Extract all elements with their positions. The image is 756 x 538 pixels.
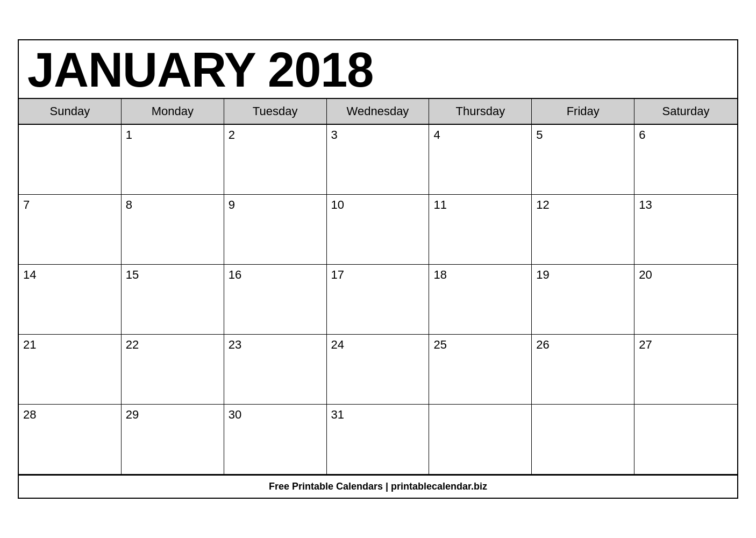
day-cell: 23 bbox=[224, 335, 327, 405]
day-number: 19 bbox=[536, 268, 549, 281]
day-number: 5 bbox=[536, 128, 543, 141]
day-number: 26 bbox=[536, 338, 549, 351]
day-number: 4 bbox=[433, 128, 440, 141]
day-number: 23 bbox=[229, 338, 241, 351]
day-number: 1 bbox=[126, 128, 132, 141]
day-header-thursday: Thursday bbox=[429, 99, 532, 124]
day-header-saturday: Saturday bbox=[634, 99, 737, 124]
day-cell: 11 bbox=[429, 195, 532, 265]
day-number: 27 bbox=[639, 338, 652, 351]
day-number: 30 bbox=[229, 408, 241, 421]
day-cell: 31 bbox=[327, 405, 430, 475]
day-cell: 1 bbox=[122, 125, 224, 195]
calendar-container: JANUARY 2018 SundayMondayTuesdayWednesda… bbox=[18, 39, 738, 499]
day-cell: 26 bbox=[532, 335, 634, 405]
day-header-friday: Friday bbox=[532, 99, 634, 124]
day-cell: 10 bbox=[327, 195, 430, 265]
day-cell: 19 bbox=[532, 265, 634, 335]
day-header-sunday: Sunday bbox=[19, 99, 122, 124]
day-number: 28 bbox=[23, 408, 36, 421]
day-cell: 30 bbox=[224, 405, 327, 475]
day-cell: 28 bbox=[19, 405, 122, 475]
day-cell: 17 bbox=[327, 265, 430, 335]
day-cell: 6 bbox=[634, 125, 737, 195]
calendar-title: JANUARY 2018 bbox=[19, 40, 737, 99]
day-cell bbox=[19, 125, 122, 195]
calendar-header: SundayMondayTuesdayWednesdayThursdayFrid… bbox=[19, 99, 737, 125]
day-number: 25 bbox=[433, 338, 446, 351]
day-cell: 5 bbox=[532, 125, 634, 195]
day-number: 16 bbox=[229, 268, 241, 281]
day-cell: 12 bbox=[532, 195, 634, 265]
day-header-monday: Monday bbox=[122, 99, 224, 124]
calendar-grid: 1234567891011121314151617181920212223242… bbox=[19, 125, 737, 475]
day-cell: 27 bbox=[634, 335, 737, 405]
day-cell: 4 bbox=[429, 125, 532, 195]
day-header-tuesday: Tuesday bbox=[224, 99, 327, 124]
day-cell: 7 bbox=[19, 195, 122, 265]
day-number: 3 bbox=[331, 128, 338, 141]
day-header-wednesday: Wednesday bbox=[327, 99, 430, 124]
day-number: 13 bbox=[639, 198, 652, 211]
day-cell: 22 bbox=[122, 335, 224, 405]
day-number: 8 bbox=[126, 198, 132, 211]
day-number: 21 bbox=[23, 338, 36, 351]
calendar-footer: Free Printable Calendars | printablecale… bbox=[19, 475, 737, 498]
day-cell: 16 bbox=[224, 265, 327, 335]
day-number: 12 bbox=[536, 198, 549, 211]
day-cell bbox=[429, 405, 532, 475]
day-cell: 2 bbox=[224, 125, 327, 195]
day-number: 9 bbox=[229, 198, 235, 211]
day-number: 24 bbox=[331, 338, 344, 351]
day-cell: 25 bbox=[429, 335, 532, 405]
day-number: 10 bbox=[331, 198, 344, 211]
day-cell: 29 bbox=[122, 405, 224, 475]
day-number: 18 bbox=[433, 268, 446, 281]
day-number: 17 bbox=[331, 268, 344, 281]
day-cell: 20 bbox=[634, 265, 737, 335]
day-number: 15 bbox=[126, 268, 139, 281]
day-number: 29 bbox=[126, 408, 139, 421]
day-cell: 18 bbox=[429, 265, 532, 335]
day-number: 14 bbox=[23, 268, 36, 281]
day-cell bbox=[532, 405, 634, 475]
day-number: 11 bbox=[433, 198, 446, 211]
day-cell: 24 bbox=[327, 335, 430, 405]
day-number: 6 bbox=[639, 128, 645, 141]
day-number: 31 bbox=[331, 408, 344, 421]
day-number: 20 bbox=[639, 268, 652, 281]
day-number: 7 bbox=[23, 198, 30, 211]
day-number: 2 bbox=[229, 128, 235, 141]
day-cell: 9 bbox=[224, 195, 327, 265]
day-cell: 13 bbox=[634, 195, 737, 265]
day-cell bbox=[634, 405, 737, 475]
day-cell: 21 bbox=[19, 335, 122, 405]
day-cell: 14 bbox=[19, 265, 122, 335]
day-cell: 3 bbox=[327, 125, 430, 195]
day-cell: 15 bbox=[122, 265, 224, 335]
day-number: 22 bbox=[126, 338, 139, 351]
day-cell: 8 bbox=[122, 195, 224, 265]
